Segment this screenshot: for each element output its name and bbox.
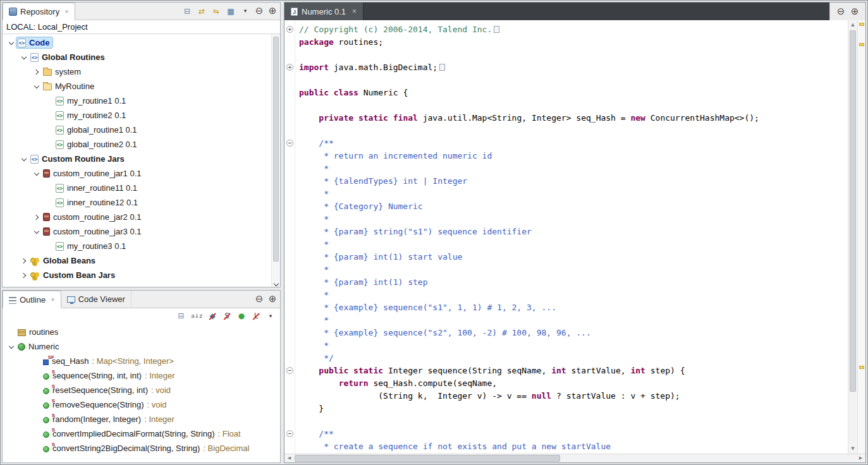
expand-arrow-icon[interactable] (32, 70, 42, 74)
scroll-down-icon[interactable]: ▼ (848, 444, 857, 454)
refresh-icon[interactable]: ⇄ (197, 8, 206, 15)
code-folder-icon: <> (18, 39, 26, 47)
import-export-icon[interactable]: ⇋ (212, 8, 221, 15)
scroll-right-icon[interactable]: ▶ (856, 454, 865, 462)
tree-item-removesequence-string[interactable]: SremoveSequence(String) : void (3, 397, 280, 412)
hide-non-public-icon[interactable]: ● (237, 312, 246, 320)
tree-item-my-routine3-0-1[interactable]: <>my_routine3 0.1 (3, 239, 280, 253)
maximize-icon[interactable]: ⊕ (268, 294, 277, 304)
tree-item-inner-routine12-0-1[interactable]: <>inner_routine12 0.1 (3, 195, 280, 210)
hide-fields-icon[interactable]: ◆ (208, 312, 217, 320)
folded-region-box[interactable] (494, 26, 499, 33)
editor-tabbar: Numeric 0.1 × ⊖⊕ (284, 3, 865, 20)
tree-item-system[interactable]: system (3, 64, 280, 79)
scrollbar-thumb[interactable] (850, 30, 856, 392)
editor-vertical-scrollbar[interactable]: ▲ ▼ (848, 20, 857, 454)
scrollbar-thumb[interactable] (273, 37, 279, 262)
tab-code-viewer[interactable]: Code Viewer (61, 291, 131, 308)
tree-item-seq-hash[interactable]: SFseq_Hash : Map<String, Integer> (3, 354, 280, 368)
repository-vertical-scrollbar[interactable] (271, 34, 280, 287)
method-icon: S (43, 401, 49, 409)
tree-item-sequence-string-int-int[interactable]: Ssequence(String, int, int) : Integer (3, 368, 280, 383)
tab-outline[interactable]: Outline × (3, 291, 61, 308)
outline-panel: Outline × Code Viewer ⊖⊕ ⊟a↓z◆S●L▾ routi… (2, 290, 281, 463)
tree-item-convertstring2bigdecimal-string-string[interactable]: SconvertString2BigDecimal(String, String… (3, 441, 280, 456)
collapse-all-icon[interactable]: ⊟ (183, 8, 192, 15)
tree-item-my-routine2-0-1[interactable]: <>my_routine2 0.1 (3, 108, 280, 123)
tree-item-inner-routine11-0-1[interactable]: <>inner_routine11 0.1 (3, 181, 280, 195)
minimize-icon[interactable]: ⊖ (836, 7, 845, 16)
overview-ruler (857, 20, 865, 454)
collapse-arrow-icon[interactable] (19, 56, 29, 59)
collapse-arrow-icon[interactable] (32, 172, 42, 175)
class-icon (18, 343, 25, 351)
tree-item-convertimplieddecimalformat-string-string[interactable]: SconvertImpliedDecimalFormat(String, Str… (3, 426, 280, 441)
folded-region-box[interactable] (439, 64, 445, 71)
tree-item-custom-routine-jar1-0-1[interactable]: custom_routine_jar1 0.1 (3, 166, 280, 181)
tree-item-resetsequence-string-int[interactable]: SresetSequence(String, int) : void (3, 383, 280, 397)
hide-local-types-icon[interactable]: L (252, 312, 260, 320)
tree-item-global-routines[interactable]: <>Global Routines (3, 50, 280, 64)
occurrence-marker[interactable] (859, 366, 864, 369)
close-icon[interactable]: × (51, 296, 54, 303)
tree-item-routines[interactable]: routines (3, 325, 280, 339)
view-menu-icon[interactable]: ▾ (266, 313, 275, 319)
tree-item-code[interactable]: <>Code (3, 35, 280, 50)
tree-item-label: convertImpliedDecimalFormat(String, Stri… (52, 429, 214, 438)
repository-panel: Repository × ⊟⇄⇋▦▾ ⊖⊕ LOCAL: Local_Proje… (2, 2, 281, 287)
tree-item-global-beans[interactable]: Global Beans (3, 253, 280, 268)
sort-icon[interactable]: a↓z (191, 313, 202, 319)
routine-icon: <> (56, 198, 64, 207)
tab-outline-label: Outline (20, 295, 46, 305)
fold-collapse-icon[interactable]: − (286, 367, 293, 374)
code-line: * (299, 339, 848, 352)
tree-item-custom-bean-jars[interactable]: Custom Bean Jars (3, 268, 280, 282)
scroll-up-icon[interactable]: ▲ (848, 20, 857, 30)
close-icon[interactable]: × (64, 8, 68, 15)
tab-repository[interactable]: Repository × (3, 3, 75, 20)
collapse-arrow-icon[interactable] (32, 231, 42, 233)
occurrence-marker[interactable] (859, 23, 864, 26)
tree-item-numeric[interactable]: Numeric (3, 339, 280, 354)
expand-arrow-icon[interactable] (19, 259, 29, 263)
occurrence-marker[interactable] (859, 43, 864, 46)
collapse-arrow-icon[interactable] (6, 42, 16, 44)
tree-item-myroutine[interactable]: MyRoutine (3, 79, 280, 94)
tab-editor-numeric[interactable]: Numeric 0.1 × (284, 3, 364, 20)
code-line: * {example} sequence("s2", 100, -2) # 10… (299, 327, 848, 339)
minimize-icon[interactable]: ⊖ (255, 6, 264, 16)
routine-icon: <> (56, 126, 64, 135)
tree-item-random-integer-integer[interactable]: Srandom(Integer, Integer) : Integer (3, 412, 280, 426)
collapse-arrow-icon[interactable] (6, 346, 16, 348)
tree-item-global-routine2-0-1[interactable]: <>global_routine2 0.1 (3, 137, 280, 152)
fold-collapse-icon[interactable]: − (286, 140, 293, 147)
code-line (299, 49, 848, 61)
maximize-icon[interactable]: ⊕ (850, 7, 859, 16)
fold-expand-icon[interactable]: + (286, 64, 293, 71)
code-editor[interactable]: // Copyright (c) 2006-2014, Talend Inc.p… (295, 20, 848, 453)
folder-closed-icon (43, 68, 52, 76)
tree-item-custom-routine-jar2-0-1[interactable]: custom_routine_jar2 0.1 (3, 210, 280, 224)
view-menu-icon[interactable]: ▾ (241, 8, 250, 14)
detail-view-icon[interactable]: ▦ (226, 8, 235, 15)
collapse-all-icon[interactable]: ⊟ (176, 312, 185, 320)
close-icon[interactable]: × (352, 7, 357, 16)
collapse-arrow-icon[interactable] (19, 158, 29, 160)
tree-item-custom-routine-jar3-0-1[interactable]: custom_routine_jar3 0.1 (3, 224, 280, 239)
tree-item-custom-routine-jars[interactable]: <>Custom Routine Jars (3, 152, 280, 166)
fold-expand-icon[interactable]: + (286, 26, 293, 33)
expand-arrow-icon[interactable] (19, 274, 29, 277)
tree-item-label: global_routine1 0.1 (67, 125, 137, 135)
tree-item-my-routine1-0-1[interactable]: <>my_routine1 0.1 (3, 94, 280, 108)
fold-collapse-icon[interactable]: − (286, 430, 293, 437)
hide-static-members-icon[interactable]: S (223, 312, 231, 320)
tree-item-global-routine1-0-1[interactable]: <>global_routine1 0.1 (3, 123, 280, 137)
scrollbar-thumb[interactable] (295, 455, 560, 462)
minimize-icon[interactable]: ⊖ (255, 294, 264, 304)
editor-horizontal-scrollbar[interactable]: ◀ ▶ (284, 454, 865, 462)
maximize-icon[interactable]: ⊕ (268, 6, 277, 16)
expand-arrow-icon[interactable] (32, 215, 42, 219)
scroll-left-icon[interactable]: ◀ (284, 454, 294, 462)
collapse-arrow-icon[interactable] (32, 85, 42, 88)
scroll-down-icon[interactable] (274, 283, 278, 286)
